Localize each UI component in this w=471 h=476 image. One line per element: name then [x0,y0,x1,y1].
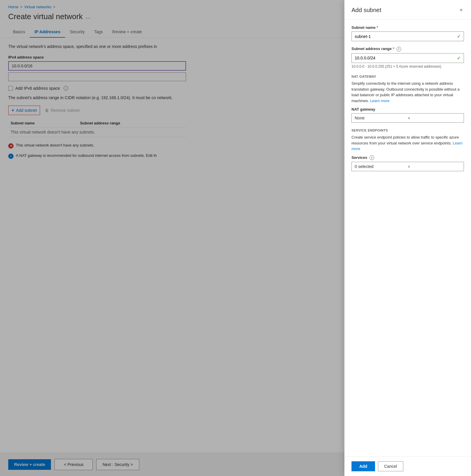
add-subnet-panel: Add subnet × Subnet name * ✓ Subnet addr… [344,0,471,476]
nat-gateway-heading: NAT GATEWAY [351,75,464,78]
services-select[interactable]: 0 selected ∨ [351,162,464,171]
subnet-address-range-input[interactable] [355,56,457,60]
panel-title: Add subnet [351,7,381,14]
required-star-name: * [377,25,378,30]
subnet-name-input[interactable] [355,34,457,39]
services-chevron-icon: ∨ [408,164,461,169]
subnet-range-info-icon[interactable]: i [397,47,401,51]
subnet-name-valid-icon: ✓ [457,34,461,39]
subnet-name-label: Subnet name * [351,25,464,30]
panel-header: Add subnet × [344,0,471,19]
subnet-address-range-label: Subnet address range * i [351,46,464,51]
service-endpoints-heading: SERVICE ENDPOINTS [351,129,464,132]
subnet-range-valid-icon: ✓ [457,55,461,61]
nat-gateway-chevron-icon: ∨ [408,116,461,120]
services-label: Services i [351,155,464,160]
subnet-range-hint: 10.0.0.0 - 10.0.0.255 (251 + 5 Azure res… [351,64,464,69]
required-star-range: * [393,46,394,51]
services-value: 0 selected [355,164,408,169]
nat-gateway-value: None [355,116,408,120]
panel-add-button[interactable]: Add [351,461,375,471]
nat-gateway-select[interactable]: None ∨ [351,113,464,123]
services-field: Services i 0 selected ∨ [351,155,464,172]
panel-footer: Add Cancel [344,456,471,476]
panel-body: Subnet name * ✓ Subnet address range * i… [344,19,471,456]
services-info-icon[interactable]: i [369,155,374,160]
subnet-name-input-wrapper: ✓ [351,31,464,41]
subnet-address-range-input-wrapper: ✓ [351,53,464,63]
subnet-address-range-field: Subnet address range * i ✓ 10.0.0.0 - 10… [351,46,464,69]
nat-learn-more-link[interactable]: Learn more [370,99,389,103]
panel-cancel-button[interactable]: Cancel [378,461,403,471]
subnet-name-field: Subnet name * ✓ [351,25,464,41]
nat-gateway-field: NAT gateway None ∨ [351,107,464,123]
nat-gateway-desc: Simplify connectivity to the internet us… [351,81,464,104]
panel-close-button[interactable]: × [458,6,464,14]
service-endpoints-desc: Create service endpoint policies to allo… [351,134,464,152]
nat-gateway-label: NAT gateway [351,107,464,111]
